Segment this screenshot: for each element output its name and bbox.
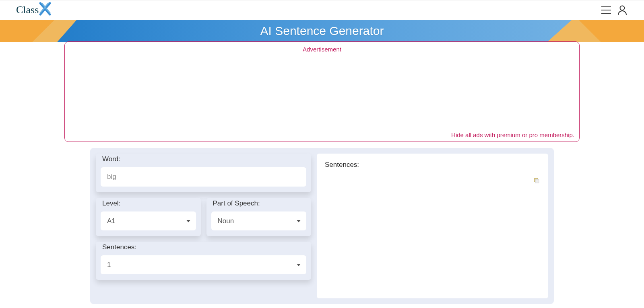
- menu-button[interactable]: [601, 4, 612, 16]
- logo[interactable]: Class: [16, 2, 52, 19]
- hamburger-icon: [601, 6, 611, 14]
- logo-text: Class: [16, 4, 39, 16]
- copy-button[interactable]: [534, 178, 539, 183]
- sentences-count-select[interactable]: 1: [101, 255, 306, 274]
- level-pos-row: Level: A1 Part of Speech: Noun: [96, 198, 311, 236]
- svg-rect-5: [535, 179, 539, 183]
- sentences-count-card: Sentences: 1: [96, 242, 311, 280]
- ad-label: Advertisement: [70, 46, 574, 53]
- word-label: Word:: [101, 154, 306, 167]
- top-bar: Class: [0, 0, 644, 20]
- user-icon: [617, 5, 627, 15]
- output-title: Sentences:: [325, 161, 540, 169]
- page-banner: AI Sentence Generator: [0, 20, 644, 42]
- top-icons: [601, 4, 628, 16]
- main-content: Word: Level: A1 Part of Speech: Noun Sen…: [90, 148, 554, 304]
- form-column: Word: Level: A1 Part of Speech: Noun Sen…: [96, 154, 311, 298]
- word-card: Word:: [96, 154, 311, 192]
- copy-icon: [534, 178, 539, 183]
- output-panel: Sentences:: [317, 154, 548, 298]
- pos-card: Part of Speech: Noun: [206, 198, 312, 236]
- level-label: Level:: [101, 198, 196, 211]
- level-card: Level: A1: [96, 198, 201, 236]
- word-input[interactable]: [101, 167, 306, 187]
- page-title: AI Sentence Generator: [260, 24, 384, 38]
- logo-x-icon: [38, 2, 52, 19]
- svg-point-3: [620, 6, 625, 10]
- pos-select[interactable]: Noun: [211, 211, 307, 230]
- pos-label: Part of Speech:: [211, 198, 307, 211]
- ad-hide-link[interactable]: Hide all ads with premium or pro members…: [70, 131, 574, 138]
- sentences-count-label: Sentences:: [101, 242, 306, 255]
- advertisement-box: Advertisement Hide all ads with premium …: [64, 41, 580, 142]
- account-button[interactable]: [617, 4, 628, 16]
- level-select[interactable]: A1: [101, 211, 196, 230]
